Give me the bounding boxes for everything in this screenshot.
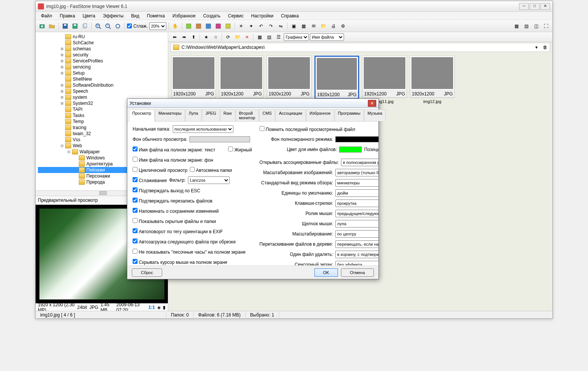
tag-icon[interactable]: ◈ (157, 305, 161, 310)
wheel-select[interactable]: предыдущее/следующее (335, 210, 378, 217)
refresh-icon[interactable]: ⟳ (224, 33, 232, 41)
fav-add-icon[interactable]: ☆ (211, 33, 220, 41)
menu-Цвета[interactable]: Цвета (79, 12, 99, 19)
reset-button[interactable]: Сброс (132, 268, 162, 277)
trash-icon[interactable]: 🗑 (543, 45, 547, 50)
adjust-icon[interactable]: ✦ (247, 22, 255, 30)
delete-select[interactable]: в корзину, с подтверждением (335, 251, 378, 258)
forward-icon[interactable]: ➡ (180, 33, 188, 41)
view-icon[interactable]: ☰ (274, 33, 283, 41)
hidecursor-check[interactable]: Скрывать курсор мыши на полном экране (133, 259, 227, 265)
open-icon[interactable] (48, 22, 56, 30)
menu-Пометка[interactable]: Пометка (143, 12, 169, 19)
zoom-out-icon[interactable]: − (104, 22, 112, 30)
brightness-icon[interactable]: ☀ (237, 22, 246, 30)
folder-icon[interactable]: 📁 (319, 22, 328, 30)
smooth-checkbox[interactable]: Сглаж. (127, 23, 148, 29)
slideshow-icon[interactable]: ▣ (290, 22, 298, 30)
tree-item[interactable]: ru-RU (38, 34, 166, 40)
zoom-fit-icon[interactable] (114, 22, 122, 30)
browse-select[interactable]: миниатюры (335, 179, 378, 187)
dropdown-icon[interactable]: ▾ (535, 45, 538, 50)
tab-Ассоциации[interactable]: Ассоциации (275, 109, 306, 121)
tab-Лупа[interactable]: Лупа (185, 109, 202, 121)
tree-item[interactable]: ⊞Setup (38, 70, 166, 76)
thumbnail-wrap[interactable]: 1920x1200JPGimg12.jpg (410, 56, 455, 105)
click-select[interactable]: лупа (335, 220, 378, 228)
tab-Второй монитор[interactable]: Второй монитор (236, 109, 259, 121)
remind-check[interactable]: Напоминать о сохранении изменений (133, 208, 219, 214)
dialog-close-button[interactable]: ✕ (368, 100, 376, 107)
start-folder-select[interactable]: последняя использованная (173, 125, 233, 133)
drag-select[interactable]: перемещать, если на том же диске (335, 240, 378, 248)
view-type-select[interactable]: Графика (284, 33, 309, 41)
menu-Настройки[interactable]: Настройки (247, 12, 277, 19)
email-icon[interactable]: ✉ (310, 22, 318, 30)
autofolder-check[interactable]: Автосмена папки (190, 167, 232, 173)
fullscreen-icon[interactable]: ⛶ (542, 22, 550, 30)
path-bar[interactable]: C:\Windows\Web\Wallpaper\Landscapes\ ▾ 🗑 (170, 43, 550, 52)
back-icon[interactable]: ⬅ (170, 33, 179, 41)
view-icon[interactable]: ▤ (265, 33, 273, 41)
exif-check[interactable]: Автоповорот по тегу ориентации в EXIF (133, 228, 223, 234)
arrows-select[interactable]: прокрутка (335, 200, 378, 207)
tab-Просмотр[interactable]: Просмотр (129, 109, 155, 122)
autonext-check[interactable]: Автозагрузка следующего файла при обрезк… (133, 238, 236, 245)
filename-text-check[interactable]: Имя файла на полном экране: текст (133, 147, 215, 153)
tab-Программы[interactable]: Программы (335, 109, 364, 121)
tool-icon[interactable] (224, 22, 232, 30)
tool-icon[interactable] (214, 22, 222, 30)
tree-item[interactable]: ⊞schemas (38, 46, 166, 52)
zoom-select[interactable]: 20% (149, 22, 166, 30)
tab-CMS[interactable]: CMS (259, 109, 275, 121)
zoom-in-icon[interactable]: + (94, 22, 102, 30)
overwrite-check[interactable]: Подтверждать перезапись файлов (133, 198, 213, 204)
tree-item[interactable]: ShellNew (38, 76, 166, 82)
tool-icon[interactable] (194, 22, 203, 30)
tab-JPEG[interactable]: JPEG (202, 109, 220, 121)
menu-Справка[interactable]: Справка (277, 12, 303, 19)
tab-Миниатюры[interactable]: Миниатюры (155, 109, 185, 121)
tool-icon[interactable] (185, 22, 193, 30)
thumbnail-wrap[interactable]: 1920x1200JPGimg9.jpg (267, 56, 311, 105)
rotate-left-icon[interactable]: ↶ (257, 22, 265, 30)
thumbnail-wrap[interactable]: 1920x1200JPGimg8.jpg (219, 56, 264, 105)
cyclic-check[interactable]: Циклический просмотр (133, 167, 188, 173)
maximize-button[interactable]: □ (530, 3, 540, 10)
tool-icon[interactable] (204, 22, 213, 30)
view-mode-icon[interactable]: ◫ (532, 22, 540, 30)
menu-Создать[interactable]: Создать (199, 12, 224, 19)
filter-select[interactable]: Lanczos (188, 176, 230, 184)
menu-Сервис[interactable]: Сервис (224, 12, 247, 19)
capture-icon[interactable] (38, 22, 46, 30)
menu-Избранное[interactable]: Избранное (169, 12, 199, 19)
remember-check[interactable]: Помнить последний просмотренный файл (260, 126, 355, 132)
units-select[interactable]: дюйм (335, 189, 378, 197)
tab-Raw[interactable]: Raw (220, 109, 235, 121)
rotate-right-icon[interactable]: ↷ (267, 22, 275, 30)
save-icon[interactable] (61, 22, 69, 30)
tree-item[interactable]: ⊞security (38, 52, 166, 58)
delete-icon[interactable]: ✕ (243, 33, 251, 41)
thumbnail-wrap[interactable]: 1920x1200JPGimg11.jpg (362, 56, 407, 105)
hidden-check[interactable]: Показывать скрытые файлы и папки (133, 218, 216, 224)
compare-icon[interactable]: ▦ (300, 22, 308, 30)
fav-icon[interactable]: ★ (202, 33, 210, 41)
ok-button[interactable]: OK (314, 268, 338, 277)
tree-item[interactable]: ⊞ServiceProfiles (38, 58, 166, 64)
sort-select[interactable]: Имя файла (310, 33, 344, 41)
copy-icon[interactable] (81, 22, 89, 30)
menu-Файл[interactable]: Файл (37, 12, 56, 19)
settings-icon[interactable]: ⚙ (339, 22, 347, 30)
tab-Музыка[interactable]: Музыка (364, 109, 386, 121)
bg-full-swatch[interactable] (335, 136, 378, 142)
menu-Эффекты[interactable]: Эффекты (99, 12, 128, 19)
cancel-button[interactable]: Отмена (341, 268, 374, 277)
zoom-mode-select[interactable]: по центру (335, 230, 378, 238)
view-mode-icon[interactable]: ▦ (512, 22, 521, 30)
scale-select[interactable]: авторазмер (только большие) (335, 169, 378, 176)
minimize-button[interactable]: ─ (519, 3, 529, 10)
view-mode-icon[interactable]: ▤ (522, 22, 530, 30)
tree-item[interactable]: SchCache (38, 40, 166, 46)
assoc-select[interactable]: в полноэкранном режиме (341, 159, 378, 166)
